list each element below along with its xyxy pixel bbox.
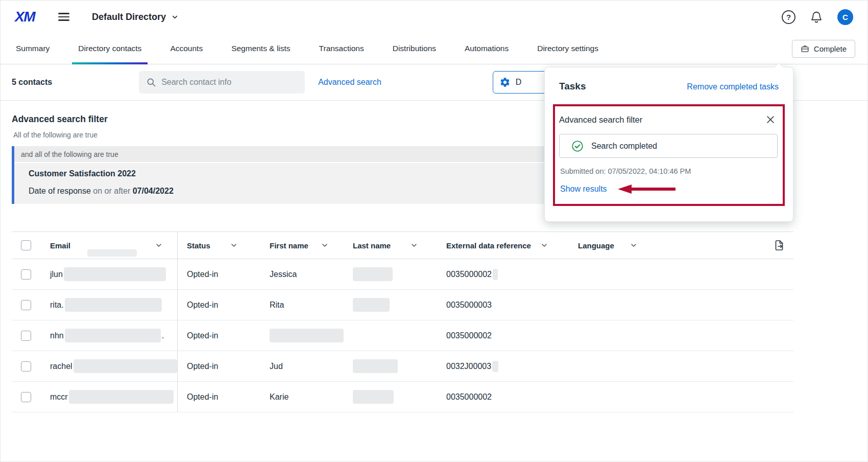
email-cell: rachel — [39, 351, 178, 381]
row-actions-cell — [751, 290, 793, 320]
row-checkbox[interactable] — [21, 331, 31, 341]
first-name-header-cell: First name — [260, 232, 344, 259]
tab-distributions[interactable]: Distributions — [390, 33, 439, 64]
annotation-arrow-icon — [611, 183, 676, 195]
last-name-cell — [344, 382, 437, 412]
row-actions-cell — [751, 351, 793, 381]
last-name-cell — [344, 320, 437, 351]
redacted-email — [64, 267, 166, 281]
external-data-column-header: External data reference — [446, 241, 531, 250]
external-data-column-menu-icon[interactable] — [540, 241, 548, 249]
status-cell: Opted-in — [178, 382, 260, 412]
search-input[interactable] — [161, 78, 298, 87]
email-text: nhn — [50, 331, 64, 340]
email-column-header: Email — [50, 241, 70, 250]
hamburger-menu-icon[interactable] — [58, 11, 71, 23]
language-column-menu-icon[interactable] — [630, 241, 638, 249]
directory-tabs: Summary Directory contacts Accounts Segm… — [1, 33, 867, 64]
table-row[interactable]: mccr Opted-in Karie 0035000002 — [12, 382, 793, 412]
last-name-column-menu-icon[interactable] — [410, 241, 418, 249]
language-cell — [569, 320, 751, 351]
redacted-email — [65, 329, 161, 342]
first-name-column-menu-icon[interactable] — [321, 241, 329, 249]
redacted-region — [87, 249, 137, 257]
external-data-text: 0032J00003 — [446, 362, 491, 371]
top-bar: XM Default Directory ? C — [1, 1, 867, 33]
language-cell — [569, 382, 751, 412]
tab-accounts[interactable]: Accounts — [167, 33, 206, 64]
show-results-row: Show results — [559, 183, 778, 195]
row-checkbox[interactable] — [21, 361, 31, 372]
table-row[interactable]: nhn. Opted-in 0035000002 — [12, 320, 793, 351]
email-text: jlun — [50, 270, 63, 279]
notifications-bell-icon[interactable] — [810, 10, 823, 24]
close-icon[interactable] — [764, 113, 777, 126]
help-icon[interactable]: ? — [782, 10, 795, 24]
directory-switcher[interactable]: Default Directory — [92, 12, 179, 22]
row-actions-cell — [751, 320, 793, 351]
first-name-cell: Karie — [260, 382, 344, 412]
redacted-email — [69, 390, 174, 404]
first-name-column-header: First name — [270, 241, 308, 250]
row-actions-cell — [751, 259, 793, 289]
export-contacts-icon[interactable] — [773, 239, 785, 251]
tab-transactions[interactable]: Transactions — [316, 33, 367, 64]
last-name-column-header: Last name — [353, 241, 391, 250]
tasks-title: Tasks — [559, 81, 586, 92]
row-checkbox[interactable] — [21, 392, 31, 402]
table-row[interactable]: jlun Opted-in Jessica 0035000002 — [12, 259, 793, 290]
redacted-region — [492, 361, 498, 372]
search-box[interactable] — [139, 71, 305, 94]
annotation-highlight-box: Advanced search filter Search completed … — [553, 104, 785, 206]
search-icon — [146, 77, 156, 87]
task-status-box: Search completed — [559, 134, 778, 158]
language-header-cell: Language — [569, 232, 751, 259]
table-row[interactable]: rachel Opted-in Jud 0032J00003 — [12, 351, 793, 382]
tasks-complete-button[interactable]: Complete — [792, 40, 855, 58]
first-name-cell — [260, 320, 344, 351]
last-name-cell — [344, 259, 437, 289]
avatar[interactable]: C — [837, 9, 853, 25]
condition-field: Date of response — [29, 187, 91, 195]
email-cell: rita. — [39, 290, 178, 320]
redacted-region — [493, 269, 498, 280]
display-options-label: D — [516, 78, 522, 87]
row-checkbox[interactable] — [21, 300, 31, 310]
redacted-last-name — [353, 390, 394, 404]
advanced-search-link[interactable]: Advanced search — [318, 78, 381, 87]
status-cell: Opted-in — [178, 320, 260, 351]
email-column-menu-icon[interactable] — [155, 241, 163, 249]
status-column-menu-icon[interactable] — [230, 241, 238, 249]
last-name-cell — [344, 351, 437, 381]
redacted-email — [74, 359, 177, 373]
tab-automations[interactable]: Automations — [462, 33, 512, 64]
table-row[interactable]: rita. Opted-in Rita 0035000003 — [12, 290, 793, 320]
language-cell — [569, 259, 751, 289]
status-column-header: Status — [187, 241, 210, 250]
task-status-text: Search completed — [591, 142, 657, 151]
row-select-cell — [12, 259, 39, 289]
last-name-cell — [344, 290, 437, 320]
tab-segments-lists[interactable]: Segments & lists — [228, 33, 293, 64]
tab-directory-settings[interactable]: Directory settings — [534, 33, 601, 64]
table-header-row: Email Status First name Last name — [12, 232, 793, 259]
status-cell: Opted-in — [178, 290, 260, 320]
tab-summary[interactable]: Summary — [13, 33, 53, 64]
directory-name: Default Directory — [92, 12, 166, 22]
email-text: rita. — [50, 301, 64, 310]
external-data-cell: 0035000002 — [437, 382, 569, 412]
task-submitted-timestamp: Submitted on: 07/05/2022, 04:10:46 PM — [559, 167, 778, 175]
language-column-header: Language — [578, 241, 614, 250]
email-text-suffix: . — [162, 331, 164, 340]
external-data-cell: 0032J00003 — [437, 351, 569, 381]
first-name-cell: Jessica — [260, 259, 344, 289]
email-cell: mccr — [39, 382, 178, 412]
select-all-checkbox[interactable] — [21, 240, 31, 250]
row-checkbox[interactable] — [21, 269, 31, 280]
tab-directory-contacts[interactable]: Directory contacts — [75, 33, 144, 64]
last-name-header-cell: Last name — [344, 232, 437, 259]
redacted-last-name — [353, 267, 393, 281]
remove-completed-tasks-link[interactable]: Remove completed tasks — [687, 82, 779, 91]
show-results-link[interactable]: Show results — [560, 184, 607, 194]
xm-logo[interactable]: XM — [15, 9, 35, 25]
